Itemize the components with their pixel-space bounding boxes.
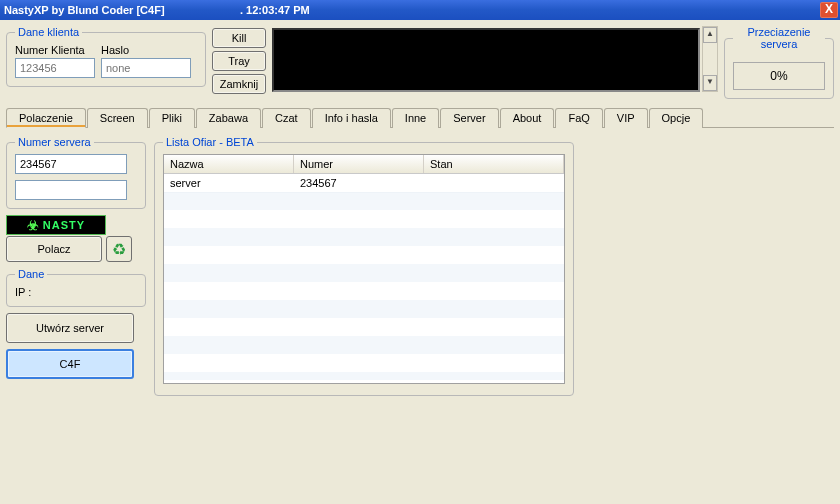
nasty-logo: ☣ NASTY [6,215,106,235]
table-row[interactable]: server234567 [164,174,564,193]
server-number-input-2[interactable] [15,180,127,200]
biohazard-icon: ☣ [27,218,40,233]
client-fieldset: Dane klienta Numer Klienta Haslo [6,26,206,87]
scrollbar-vertical[interactable]: ▲ ▼ [702,26,718,92]
client-num-input[interactable] [15,58,95,78]
overload-fieldset: Przeciazenie servera 0% [724,26,834,99]
tab-bar: PolaczenieScreenPlikiZabawaCzatInfo i ha… [6,107,834,128]
dane-legend: Dane [15,268,47,280]
tab-server[interactable]: Server [440,108,498,128]
client-pass-label: Haslo [101,44,191,56]
create-server-button[interactable]: Utwórz server [6,313,134,343]
victims-header: Nazwa Numer Stan [164,155,564,174]
close-button[interactable]: Zamknij [212,74,266,94]
client-legend: Dane klienta [15,26,82,38]
victims-list[interactable]: Nazwa Numer Stan server234567 [163,154,565,384]
client-pass-input[interactable] [101,58,191,78]
col-state[interactable]: Stan [424,155,564,173]
cell-name: server [164,174,294,192]
window-title: NastyXP by Blund Coder [C4F] [4,4,165,16]
close-icon[interactable]: X [820,2,838,18]
client-num-label: Numer Klienta [15,44,95,56]
tray-button[interactable]: Tray [212,51,266,71]
tab-zabawa[interactable]: Zabawa [196,108,261,128]
col-number[interactable]: Numer [294,155,424,173]
tab-vip[interactable]: VIP [604,108,648,128]
kill-button[interactable]: Kill [212,28,266,48]
refresh-icon[interactable]: ♻ [106,236,132,262]
console-panel [272,28,700,92]
c4f-button[interactable]: C4F [6,349,134,379]
tab-pliki[interactable]: Pliki [149,108,195,128]
logo-text: NASTY [43,219,85,231]
server-number-legend: Numer servera [15,136,94,148]
victims-fieldset: Lista Ofiar - BETA Nazwa Numer Stan serv… [154,136,574,396]
tab-info-i-hasla[interactable]: Info i hasla [312,108,391,128]
tab-about[interactable]: About [500,108,555,128]
server-number-fieldset: Numer servera [6,136,146,209]
scroll-up-icon[interactable]: ▲ [703,27,717,43]
overload-value: 0% [733,62,825,90]
server-number-input[interactable] [15,154,127,174]
col-name[interactable]: Nazwa [164,155,294,173]
tab-screen[interactable]: Screen [87,108,148,128]
window-time: . 12:03:47 PM [240,4,310,16]
connect-button[interactable]: Polacz [6,236,102,262]
scroll-down-icon[interactable]: ▼ [703,75,717,91]
ip-label: IP : [15,286,137,298]
tab-polaczenie[interactable]: Polaczenie [6,108,86,128]
tab-czat[interactable]: Czat [262,108,311,128]
tab-inne[interactable]: Inne [392,108,439,128]
cell-state [424,174,564,192]
victims-legend: Lista Ofiar - BETA [163,136,257,148]
tab-faq[interactable]: FaQ [555,108,602,128]
dane-fieldset: Dane IP : [6,268,146,307]
titlebar[interactable]: NastyXP by Blund Coder [C4F] . 12:03:47 … [0,0,840,20]
cell-number: 234567 [294,174,424,192]
overload-legend: Przeciazenie servera [733,26,825,50]
tab-opcje[interactable]: Opcje [649,108,704,128]
